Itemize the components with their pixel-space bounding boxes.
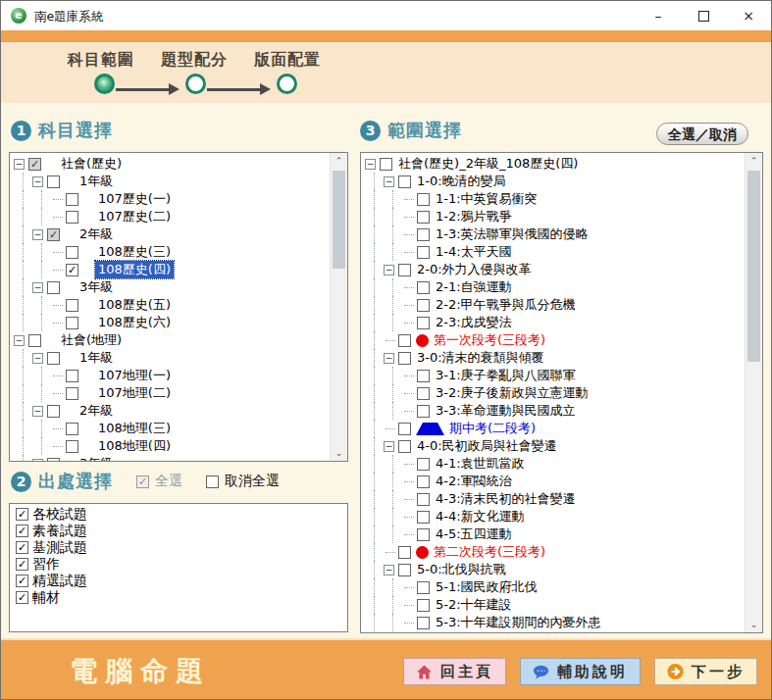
expand-toggle-icon[interactable]: − (32, 406, 45, 417)
tree-row[interactable]: 3-3:革命運動與民國成立 (365, 402, 745, 420)
tree-row[interactable]: −3年級 (14, 278, 330, 296)
tree-row[interactable]: −2年級 (14, 225, 330, 243)
tree-item-label[interactable]: 3年級 (77, 455, 116, 462)
checkbox-unchecked-icon[interactable] (206, 475, 219, 488)
checkbox[interactable] (417, 458, 430, 471)
tree-item-label[interactable]: 2-0:外力入侵與改革 (414, 261, 535, 278)
tree-row[interactable]: 1-3:英法聯軍與俄國的侵略 (365, 225, 745, 243)
checkbox[interactable] (47, 281, 60, 294)
source-list-item[interactable]: 精選試題 (12, 573, 345, 589)
checkbox[interactable] (417, 299, 430, 312)
tree-row[interactable]: 2-1:自強運動 (365, 278, 745, 296)
checkbox[interactable] (417, 370, 430, 382)
checkbox[interactable] (417, 193, 430, 206)
tree-row[interactable]: −社會(歷史) (14, 155, 330, 173)
expand-toggle-icon[interactable]: − (14, 335, 26, 346)
tree-item-label[interactable]: 1-2:鴉片戰爭 (433, 208, 515, 225)
tree-row[interactable]: 5-2:十年建設 (365, 596, 745, 614)
tree-item-label[interactable]: 1-3:英法聯軍與俄國的侵略 (433, 225, 592, 243)
expand-toggle-icon[interactable]: − (384, 176, 396, 187)
tree-item-label[interactable]: 108歷史(五) (95, 296, 174, 314)
tree-row[interactable]: −4-0:民初政局與社會變遷 (365, 437, 745, 455)
tree-row[interactable]: 第一次段考(三段考) (365, 331, 745, 349)
checkbox[interactable] (16, 591, 28, 604)
tree-item-label[interactable]: 3-1:庚子拳亂與八國聯軍 (433, 367, 579, 384)
scrollbar-thumb[interactable] (333, 171, 345, 269)
tree-item-label[interactable]: 4-1:袁世凱當政 (433, 455, 528, 473)
checkbox[interactable] (417, 281, 430, 294)
checkbox[interactable] (398, 352, 411, 365)
checkbox[interactable] (417, 228, 430, 241)
scope-tree-scrollbar[interactable]: ⌃ ⌄ (745, 153, 762, 632)
tree-row[interactable]: −3-0:清末的衰頹與傾覆 (365, 349, 745, 367)
checkbox[interactable] (16, 575, 28, 587)
expand-toggle-icon[interactable]: − (32, 459, 45, 463)
checkbox[interactable] (16, 541, 28, 554)
expand-toggle-icon[interactable]: − (384, 265, 396, 275)
tree-row[interactable]: 期中考(二段考) (365, 420, 745, 437)
source-list-item[interactable]: 各校試題 (12, 506, 345, 523)
checkbox[interactable] (398, 564, 411, 576)
tree-row[interactable]: −2年級 (14, 402, 330, 420)
tree-row[interactable]: 107地理(二) (14, 384, 330, 402)
expand-toggle-icon[interactable]: − (32, 353, 45, 364)
help-button[interactable]: 輔助說明 (520, 658, 641, 685)
tree-item-label[interactable]: 3年級 (77, 278, 116, 296)
checkbox[interactable] (28, 158, 41, 171)
checkbox[interactable] (417, 475, 430, 488)
source-list-item[interactable]: 輔材 (12, 589, 345, 606)
expand-toggle-icon[interactable]: − (384, 565, 396, 575)
checkbox[interactable] (47, 405, 60, 418)
tree-row[interactable]: −1-0:晚清的變局 (365, 173, 745, 190)
source-list-item[interactable]: 基測試題 (12, 539, 345, 556)
checkbox[interactable] (417, 617, 430, 629)
tree-item-label[interactable]: 107地理(二) (95, 384, 174, 402)
checkbox[interactable] (28, 334, 41, 347)
scroll-up-icon[interactable]: ⌃ (331, 153, 347, 169)
checkbox[interactable] (417, 317, 430, 329)
checkbox[interactable] (417, 387, 430, 400)
checkbox[interactable] (66, 193, 78, 206)
select-all-checkbox[interactable]: 全選 (134, 473, 182, 490)
home-button[interactable]: 回主頁 (403, 658, 506, 685)
checkbox[interactable] (417, 211, 430, 224)
tree-row[interactable]: 107地理(一) (14, 367, 330, 384)
source-list-item[interactable]: 習作 (12, 556, 345, 573)
source-list-item[interactable]: 素養試題 (12, 523, 345, 539)
checkbox[interactable] (417, 528, 430, 541)
tree-item-label[interactable]: 108歷史(六) (95, 314, 174, 331)
tree-item-label[interactable]: 4-3:清末民初的社會變遷 (433, 490, 579, 508)
checkbox[interactable] (66, 423, 78, 435)
tree-item-label[interactable]: 3-0:清末的衰頹與傾覆 (414, 349, 547, 367)
checkbox[interactable] (417, 493, 430, 506)
tree-item-label[interactable]: 2-3:戊戌變法 (433, 314, 515, 331)
checkbox[interactable] (417, 246, 430, 259)
tree-item-label[interactable]: 4-2:軍閥統治 (433, 473, 515, 490)
checkbox[interactable] (16, 508, 28, 521)
checkbox[interactable] (47, 228, 60, 241)
tree-item-label[interactable]: 2年級 (77, 225, 116, 243)
tree-row[interactable]: −1年級 (14, 349, 330, 367)
checkbox[interactable] (417, 581, 430, 594)
tree-item-label[interactable]: 第一次段考(三段考) (431, 331, 548, 349)
tree-row[interactable]: 5-3:十年建設期間的內憂外患 (365, 614, 745, 631)
tree-row[interactable]: 4-3:清末民初的社會變遷 (365, 490, 745, 508)
tree-row[interactable]: 5-1:國民政府北伐 (365, 578, 745, 596)
checkbox[interactable] (66, 299, 78, 312)
tree-item-label[interactable]: 5-2:十年建設 (433, 596, 515, 614)
tree-item-label[interactable]: 2-2:甲午戰爭與瓜分危機 (433, 296, 579, 314)
tree-row[interactable]: −3年級 (14, 455, 330, 462)
tree-item-label[interactable]: 2-1:自強運動 (433, 278, 515, 296)
tree-item-label[interactable]: 社會(歷史)_2年級_108歷史(四) (395, 155, 581, 173)
tree-row[interactable]: 108歷史(四) (14, 261, 330, 278)
checkbox[interactable] (66, 440, 78, 453)
tree-row[interactable]: −社會(歷史)_2年級_108歷史(四) (365, 155, 745, 173)
tree-item-label[interactable]: 4-4:新文化運動 (433, 508, 528, 525)
tree-row[interactable]: −2-0:外力入侵與改革 (365, 261, 745, 278)
tree-item-label[interactable]: 4-5:五四運動 (433, 525, 515, 543)
tree-item-label[interactable]: 4-0:民初政局與社會變遷 (414, 437, 560, 455)
expand-toggle-icon[interactable]: − (32, 282, 45, 293)
tree-row[interactable]: 108地理(四) (14, 437, 330, 455)
tree-item-label[interactable]: 3-2:庚子後新政與立憲運動 (433, 384, 592, 402)
expand-toggle-icon[interactable]: − (384, 441, 396, 452)
